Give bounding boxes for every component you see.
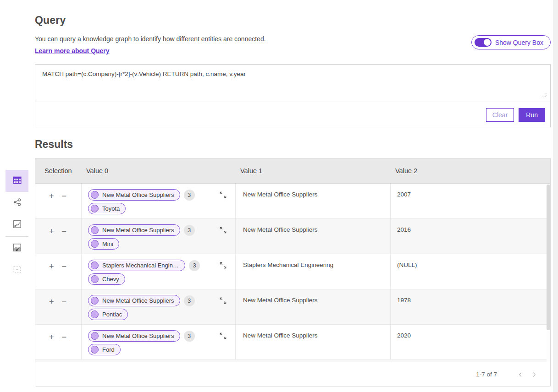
link-chart-view-button[interactable] (6, 192, 28, 214)
value1-cell: New Metal Office Suppliers (236, 289, 391, 324)
entity-pill-label: Pontiac (102, 311, 122, 318)
entity-pill[interactable]: Chevy (88, 273, 125, 285)
table-view-icon (13, 176, 22, 186)
entity-pill-label: Toyota (102, 205, 120, 212)
query-actions-bar: Clear Run (35, 102, 550, 127)
path-second-line: Chevy (88, 273, 235, 285)
path-second-line: Ford (88, 344, 235, 355)
remove-from-selection-button[interactable]: − (62, 228, 67, 254)
clear-button[interactable]: Clear (486, 108, 514, 122)
path-second-line: Toyota (88, 203, 235, 214)
table-row: + − New Metal Office Suppliers 3 (35, 219, 550, 254)
value2-cell: 2007 (391, 184, 550, 218)
expand-path-icon[interactable] (219, 261, 227, 269)
entity-pill[interactable]: Ford (88, 344, 121, 355)
expand-path-icon[interactable] (219, 226, 227, 234)
add-to-selection-button[interactable]: + (49, 334, 54, 359)
toggle-label: Show Query Box (495, 39, 543, 46)
entity-node-icon (91, 191, 99, 199)
next-page-button[interactable] (527, 368, 541, 381)
browser-scrollbar[interactable] (553, 0, 558, 392)
path-count-badge: 3 (184, 225, 195, 236)
entity-pill[interactable]: New Metal Office Suppliers (88, 224, 180, 236)
add-to-selection-button[interactable]: + (49, 228, 54, 254)
entity-node-icon (91, 310, 99, 318)
table-row: + − Staplers Mechanical Engineering 3 (35, 254, 550, 289)
entity-pill[interactable]: Staplers Mechanical Engineering (88, 260, 185, 271)
entity-node-icon (91, 346, 99, 354)
value2-cell: 1978 (391, 289, 550, 324)
value2-cell: 2020 (391, 325, 550, 359)
path-count-badge: 3 (184, 190, 195, 201)
expand-path-icon[interactable] (219, 297, 227, 305)
remove-from-selection-button[interactable]: − (62, 334, 67, 359)
selection-cell: + − (35, 325, 82, 359)
column-header-value0: Value 0 (82, 167, 236, 174)
expand-path-icon[interactable] (219, 332, 227, 340)
selection-cell: + − (35, 184, 82, 218)
table-row: + − New Metal Office Suppliers 3 (35, 325, 550, 360)
learn-more-link[interactable]: Learn more about Query (35, 47, 110, 54)
path-cell: New Metal Office Suppliers 3 Pontiac (82, 289, 236, 324)
path-first-line: New Metal Office Suppliers 3 (88, 295, 235, 306)
add-to-map-icon (13, 243, 22, 254)
remove-from-selection-button[interactable]: − (62, 299, 67, 324)
selection-cell: + − (35, 219, 82, 254)
query-input[interactable]: MATCH path=(c:Company)-[r*2]-(v:Vehicle)… (35, 65, 550, 102)
expand-path-icon[interactable] (219, 191, 227, 199)
path-first-line: New Metal Office Suppliers 3 (88, 224, 235, 236)
path-first-line: New Metal Office Suppliers 3 (88, 330, 235, 342)
selection-tools-button[interactable] (6, 259, 28, 281)
entity-pill[interactable]: New Metal Office Suppliers (88, 295, 180, 306)
entity-pill[interactable]: Mini (88, 238, 119, 250)
table-view-button[interactable] (6, 170, 28, 192)
path-first-line: Staplers Mechanical Engineering 3 (88, 260, 235, 271)
table-row: + − New Metal Office Suppliers 3 (35, 289, 550, 325)
query-page: Query You can query a knowledge graph to… (0, 0, 558, 392)
path-count-badge: 3 (189, 260, 200, 271)
value1-cell: New Metal Office Suppliers (236, 219, 391, 254)
query-editor-wrap: MATCH path=(c:Company)-[r*2]-(v:Vehicle)… (35, 65, 550, 102)
entity-pill[interactable]: New Metal Office Suppliers (88, 330, 180, 342)
selection-tools-icon (13, 265, 22, 276)
table-body: + − New Metal Office Suppliers 3 (35, 184, 550, 362)
results-table-panel: Selection Value 0 Value 1 Value 2 + − Ne… (35, 158, 551, 387)
map-view-button[interactable] (6, 214, 28, 236)
entity-pill-label: Chevy (102, 276, 119, 283)
entity-node-icon (91, 297, 99, 305)
value2-cell: 2016 (391, 219, 550, 254)
path-count-badge: 3 (184, 331, 195, 342)
remove-from-selection-button[interactable]: − (62, 263, 67, 289)
page-title: Query (35, 14, 551, 27)
table-footer: 1-7 of 7 (35, 362, 550, 387)
run-button[interactable]: Run (519, 108, 545, 122)
entity-pill[interactable]: Pontiac (88, 309, 128, 320)
entity-pill-label: Mini (102, 240, 113, 247)
value1-cell: New Metal Office Suppliers (236, 325, 391, 359)
path-count-badge: 3 (184, 295, 195, 306)
sidebar-divider (6, 236, 28, 237)
add-to-map-button[interactable] (6, 237, 28, 259)
previous-page-button[interactable] (514, 368, 527, 381)
entity-node-icon (91, 332, 99, 340)
add-to-selection-button[interactable]: + (49, 299, 54, 324)
entity-pill[interactable]: Toyota (88, 203, 126, 214)
table-row: + − New Metal Office Suppliers 3 (35, 184, 550, 219)
table-scrollbar-track (547, 184, 550, 362)
resize-grip-icon[interactable] (541, 91, 547, 99)
show-query-box-toggle[interactable]: Show Query Box (471, 35, 551, 49)
entity-pill-label: Ford (102, 346, 115, 353)
entity-pill[interactable]: New Metal Office Suppliers (88, 189, 180, 201)
table-scrollbar-thumb[interactable] (547, 185, 550, 330)
entity-pill-label: Staplers Mechanical Engineering (102, 262, 179, 269)
results-view-sidebar (6, 170, 28, 281)
entity-pill-label: New Metal Office Suppliers (102, 227, 174, 234)
path-cell: New Metal Office Suppliers 3 Ford (82, 325, 236, 359)
entity-pill-label: New Metal Office Suppliers (102, 191, 174, 198)
path-second-line: Pontiac (88, 309, 235, 320)
add-to-selection-button[interactable]: + (49, 263, 54, 289)
main-content: Query You can query a knowledge graph to… (35, 0, 551, 392)
entity-node-icon (91, 226, 99, 234)
add-to-selection-button[interactable]: + (49, 193, 54, 218)
remove-from-selection-button[interactable]: − (62, 193, 67, 218)
